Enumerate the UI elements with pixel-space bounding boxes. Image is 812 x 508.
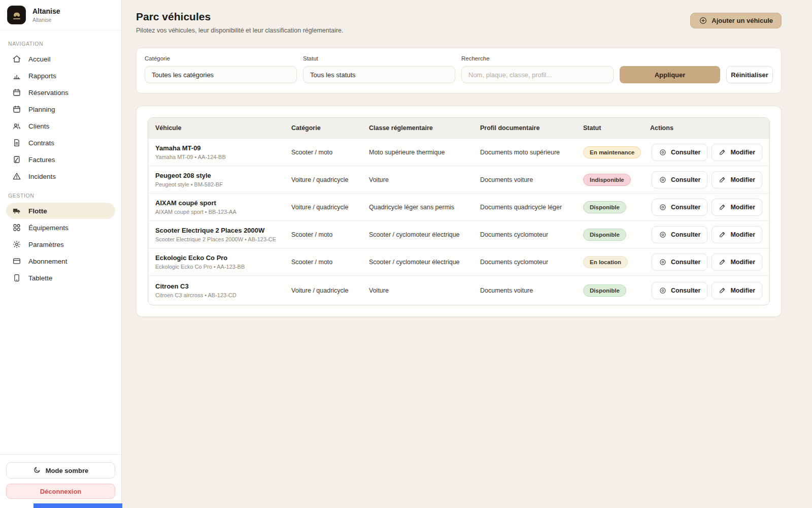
pencil-icon [719, 231, 726, 238]
actions-cell: Consulter Modifier [650, 199, 762, 216]
consult-button[interactable]: Consulter [652, 282, 707, 299]
consult-button[interactable]: Consulter [652, 226, 707, 243]
edit-button[interactable]: Modifier [712, 171, 762, 188]
sidebar-item-label: Rapports [28, 72, 56, 80]
status-select[interactable]: Tous les statuts [303, 66, 455, 83]
logout-label: Déconnexion [40, 488, 82, 495]
status-cell: En location [583, 256, 650, 268]
sidebar-item-abonnement[interactable]: Abonnement [6, 253, 115, 269]
warning-icon [12, 172, 21, 181]
sidebar-item-contrats[interactable]: Contrats [6, 135, 115, 151]
edit-button[interactable]: Modifier [712, 282, 762, 299]
edit-label: Modifier [730, 149, 755, 156]
edit-label: Modifier [730, 176, 755, 183]
vehicle-cell: Yamaha MT-09 Yamaha MT-09 • AA-124-BB [155, 144, 291, 160]
doc-profile-cell: Documents cyclomoteur [480, 231, 583, 238]
consult-label: Consulter [671, 231, 700, 238]
gear-icon [12, 240, 21, 249]
sidebar-item-tablette[interactable]: Tablette [6, 270, 115, 286]
sidebar-item-label: Paramètres [28, 241, 64, 248]
category-cell: Voiture / quadricycle [291, 176, 369, 183]
edit-button[interactable]: Modifier [712, 253, 762, 271]
eye-icon [659, 148, 667, 156]
vehicle-cell: Peugeot 208 style Peugeot style • BM-582… [155, 172, 291, 187]
pencil-icon [719, 148, 726, 156]
table-row: AIXAM coupé sport AIXAM coupé sport • BB… [148, 193, 769, 220]
column-header-actions: Actions [650, 124, 762, 132]
apply-button[interactable]: Appliquer [620, 66, 720, 83]
sidebar-item-incidents[interactable]: Incidents [6, 168, 115, 184]
sidebar-item-label: Clients [28, 122, 49, 130]
filter-bar: Catégorie Toutes les catégories Statut T… [136, 48, 782, 93]
category-select[interactable]: Toutes les catégories [145, 66, 297, 83]
vehicle-cell: Citroen C3 Citroen C3 aircross • AB-123-… [155, 282, 291, 298]
consult-label: Consulter [671, 287, 700, 294]
doc-profile-cell: Documents moto supérieure [480, 149, 583, 156]
sidebar-nav: NAVIGATION Accueil Rapports Réservations… [0, 30, 121, 287]
consult-label: Consulter [671, 259, 700, 266]
category-label: Catégorie [145, 55, 297, 61]
status-badge: Disponible [583, 229, 626, 241]
consult-button[interactable]: Consulter [652, 144, 707, 161]
vehicle-name: Yamaha MT-09 [155, 144, 286, 152]
grid-icon [12, 223, 21, 232]
add-vehicle-button[interactable]: Ajouter un véhicule [690, 13, 782, 28]
sidebar-item-parametres[interactable]: Paramètres [6, 236, 115, 252]
reset-button[interactable]: Réinitialiser [726, 66, 773, 83]
sidebar-item-reservations[interactable]: Réservations [6, 84, 115, 101]
sidebar-item-label: Tablette [28, 274, 52, 282]
page-header: Parc véhicules Pilotez vos véhicules, le… [136, 7, 782, 34]
vehicle-name: AIXAM coupé sport [155, 199, 286, 207]
invoice-icon [12, 155, 21, 164]
doc-profile-cell: Documents voiture [480, 287, 583, 294]
status-cell: Indisponible [583, 174, 650, 186]
brand-subtitle: Altanise [32, 17, 60, 23]
sidebar-item-clients[interactable]: Clients [6, 118, 115, 134]
calendar-icon [12, 88, 21, 97]
consult-button[interactable]: Consulter [652, 253, 707, 271]
consult-button[interactable]: Consulter [652, 171, 707, 188]
vehicles-table-card: Véhicule Catégorie Classe réglementaire … [136, 106, 782, 317]
edit-button[interactable]: Modifier [712, 144, 762, 161]
edit-button[interactable]: Modifier [712, 226, 762, 243]
page-header-text: Parc véhicules Pilotez vos véhicules, le… [136, 7, 344, 34]
document-icon [12, 138, 21, 147]
sidebar-item-factures[interactable]: Factures [6, 151, 115, 168]
table-row: Scooter Electrique 2 Places 2000W Scoote… [148, 220, 769, 248]
column-header-doc-profile: Profil documentaire [480, 124, 583, 132]
brand: Altanise Altanise [0, 0, 121, 30]
category-cell: Scooter / moto [291, 231, 369, 238]
vehicle-name: Eckologic Ecko Co Pro [155, 254, 286, 262]
sidebar-item-rapports[interactable]: Rapports [6, 68, 115, 84]
edit-button[interactable]: Modifier [712, 199, 762, 216]
sidebar-item-planning[interactable]: Planning [6, 101, 115, 117]
main-content: Parc véhicules Pilotez vos véhicules, le… [122, 0, 812, 317]
reg-class-cell: Scooter / cyclomoteur électrique [369, 231, 480, 238]
status-label: Statut [303, 55, 455, 61]
sidebar-item-accueil[interactable]: Accueil [6, 51, 115, 67]
consult-button[interactable]: Consulter [652, 199, 707, 216]
actions-cell: Consulter Modifier [650, 282, 762, 299]
dark-mode-button[interactable]: Mode sombre [6, 462, 115, 479]
eye-icon [659, 203, 667, 211]
vehicle-detail: AIXAM coupé sport • BB-123-AA [155, 209, 286, 215]
sidebar-item-flotte[interactable]: Flotte [6, 203, 115, 219]
vehicle-cell: AIXAM coupé sport AIXAM coupé sport • BB… [155, 199, 291, 215]
vehicle-name: Citroen C3 [155, 282, 286, 290]
eye-icon [659, 287, 667, 295]
tablet-icon [12, 273, 21, 282]
table-row: Eckologic Ecko Co Pro Eckologic Ecko Co … [148, 248, 769, 275]
search-input[interactable] [461, 66, 614, 83]
users-icon [12, 121, 21, 131]
sidebar-item-label: Réservations [28, 89, 69, 97]
status-badge: Disponible [583, 201, 626, 213]
sidebar-item-label: Flotte [28, 207, 47, 215]
nav-section-label: NAVIGATION [8, 41, 113, 47]
sidebar-item-equipements[interactable]: Équipements [6, 219, 115, 236]
pencil-icon [719, 287, 726, 294]
reg-class-cell: Scooter / cyclomoteur électrique [369, 259, 480, 266]
altanise-logo [7, 6, 26, 24]
sidebar-item-label: Contrats [28, 139, 54, 147]
logout-button[interactable]: Déconnexion [6, 484, 115, 499]
vehicle-cell: Eckologic Ecko Co Pro Eckologic Ecko Co … [155, 254, 291, 270]
